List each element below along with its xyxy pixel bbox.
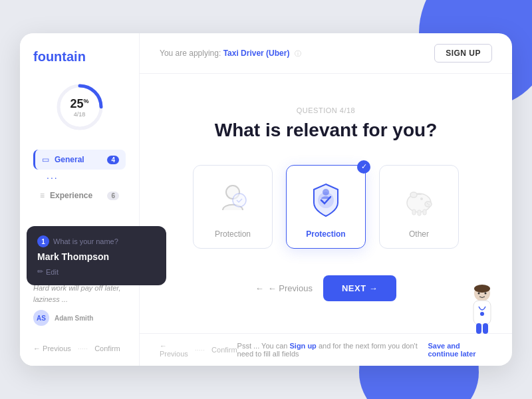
general-badge: 4 <box>107 156 119 164</box>
quote-author: AS Adam Smith <box>33 310 126 326</box>
general-icon: ▭ <box>42 155 49 164</box>
bottom-prev[interactable]: ← Previous <box>160 342 188 358</box>
svg-rect-15 <box>416 194 422 195</box>
experience-label: Experience <box>50 191 92 200</box>
svg-point-21 <box>485 293 487 295</box>
sidebar-sep: ····· <box>78 344 88 352</box>
bottom-confirm[interactable]: Confirm <box>211 346 237 354</box>
svg-point-9 <box>428 204 430 205</box>
svg-point-8 <box>427 203 428 204</box>
app-logo: fountain <box>33 49 126 65</box>
progress-circle: 25% 4/18 <box>53 80 106 134</box>
selected-check-icon: ✓ <box>357 160 370 174</box>
author-name: Adam Smith <box>55 315 93 322</box>
bottom-nav-left: ← Previous ····· Confirm <box>160 342 237 358</box>
svg-point-17 <box>474 285 490 293</box>
signup-button[interactable]: SIGN UP <box>434 44 492 63</box>
question-area: QUESTION 4/18 What is relevant for you? … <box>140 74 512 333</box>
bottom-info: Psst ... You can Sign up and for the nex… <box>237 342 428 358</box>
sidebar-item-experience[interactable]: ≡ Experience 6 <box>33 186 126 205</box>
protection-main-label: Protection <box>306 229 345 239</box>
topbar-info: You are applying: Taxi Driver (Uber) ⓘ <box>160 49 301 59</box>
svg-point-19 <box>480 312 484 316</box>
save-continue-button[interactable]: Save and continue later <box>428 342 493 358</box>
sidebar-item-general[interactable]: ▭ General 4 <box>33 150 126 170</box>
svg-rect-14 <box>423 209 426 215</box>
bottom-bar: ← Previous ····· Confirm Psst ... You ca… <box>140 333 512 366</box>
other-label: Other <box>409 229 429 239</box>
options-row: Protection ✓ <box>193 165 459 249</box>
question-meta: QUESTION 4/18 <box>297 106 355 114</box>
svg-point-5 <box>323 189 329 196</box>
bottom-sep: ····· <box>195 346 205 354</box>
topbar: You are applying: Taxi Driver (Uber) ⓘ S… <box>140 33 512 74</box>
tooltip-question-num: 1 What is your name? <box>37 235 156 247</box>
option-card-protection-main[interactable]: ✓ Protection <box>286 165 366 249</box>
progress-circle-container: 25% 4/18 <box>33 80 126 134</box>
prev-button[interactable]: ← ← Previous <box>255 283 313 293</box>
protection-main-icon <box>305 179 347 221</box>
experience-icon: ≡ <box>40 191 45 200</box>
next-button[interactable]: NEXT → <box>323 275 396 301</box>
sidebar: fountain 25% 4/18 ▭ G <box>20 33 140 366</box>
protection-left-label: Protection <box>215 229 251 239</box>
author-avatar: AS <box>33 310 49 326</box>
quote-text: Hard work will pay off later, laziness .… <box>33 283 126 305</box>
option-card-protection-left[interactable]: Protection <box>193 165 273 249</box>
info-icon: ⓘ <box>295 50 301 57</box>
doctor-illustration <box>466 283 499 339</box>
svg-point-10 <box>410 192 417 198</box>
prev-arrow: ← <box>255 283 264 293</box>
main-content: You are applying: Taxi Driver (Uber) ⓘ S… <box>140 33 512 366</box>
svg-rect-13 <box>418 210 421 215</box>
sidebar-prev[interactable]: ← Previous <box>33 344 71 352</box>
svg-point-11 <box>420 198 423 200</box>
sidebar-nav: ▭ General 4 ··· ≡ Experience 6 <box>33 150 126 205</box>
general-label: General <box>55 155 84 164</box>
tooltip-popup: 1 What is your name? Mark Thompson ✏ Edi… <box>27 226 166 285</box>
tooltip-answer: Mark Thompson <box>37 251 156 262</box>
progress-percent: 25% <box>70 97 88 111</box>
svg-rect-23 <box>483 323 488 334</box>
other-icon <box>398 179 440 221</box>
option-card-other[interactable]: Other <box>379 165 459 249</box>
experience-badge: 6 <box>107 192 119 200</box>
svg-point-7 <box>425 201 432 207</box>
protection-left-icon <box>211 179 254 221</box>
sidebar-confirm[interactable]: Confirm <box>94 344 120 352</box>
sidebar-bottom-nav: ← Previous ····· Confirm <box>33 344 126 352</box>
svg-point-20 <box>478 293 480 295</box>
progress-text: 25% 4/18 <box>70 97 88 118</box>
progress-fraction: 4/18 <box>70 111 88 118</box>
svg-point-3 <box>233 194 246 207</box>
tooltip-edit-button[interactable]: ✏ Edit <box>37 267 156 276</box>
edit-icon: ✏ <box>37 267 43 276</box>
nav-dots: ··· <box>33 172 126 183</box>
signup-link[interactable]: Sign up <box>290 342 319 350</box>
svg-rect-22 <box>476 323 481 334</box>
svg-rect-12 <box>412 209 416 215</box>
job-title-link[interactable]: Taxi Driver (Uber) <box>223 49 290 58</box>
nav-buttons: ← ← Previous NEXT → <box>255 275 397 301</box>
main-card: fountain 25% 4/18 ▭ G <box>20 33 512 366</box>
question-title: What is relevant for you? <box>215 120 438 141</box>
